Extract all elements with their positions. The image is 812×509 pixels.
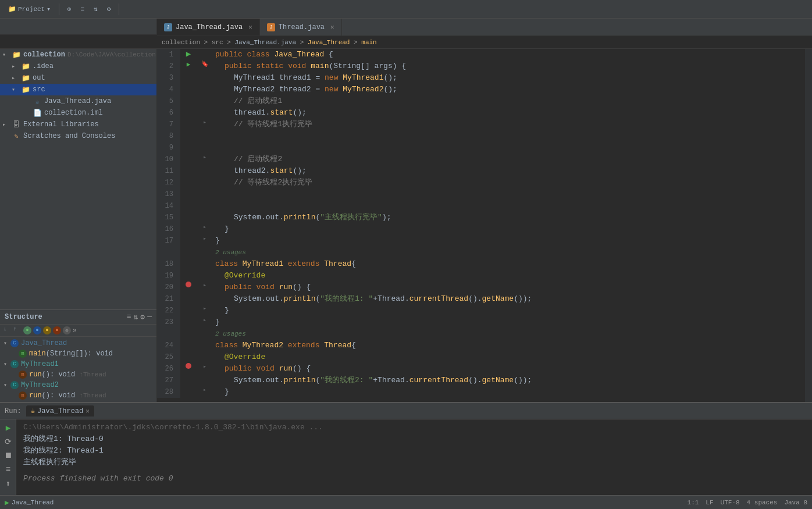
tab-thread-close[interactable]: ✕ xyxy=(330,23,334,31)
fold-16[interactable]: ▸ xyxy=(197,223,213,230)
fold-26[interactable]: ▸ xyxy=(197,363,213,370)
fold-icon-23[interactable]: ▸ xyxy=(203,316,206,323)
struct-settings-icon[interactable]: ⚙ xyxy=(140,312,145,322)
gutter-20[interactable] xyxy=(180,282,197,287)
run-tool-4[interactable]: ⬆ xyxy=(2,478,14,489)
struct-icon-blue[interactable]: ● xyxy=(33,326,41,334)
code-line-12: 12 // 等待线程2执行完毕 xyxy=(157,177,805,188)
bottom-java-version[interactable]: Java 8 xyxy=(784,499,807,506)
struct-item-run1[interactable]: m run(): void ↑Thread xyxy=(0,369,156,380)
run-tool-3[interactable]: ≡ xyxy=(2,464,14,475)
fold-icon-22[interactable]: ▸ xyxy=(203,305,206,312)
java-thread-tab-icon: J xyxy=(164,23,172,31)
run-output-line-2: 我的线程2: Thread-1 xyxy=(23,445,805,457)
run-play-btn[interactable]: ▶ xyxy=(2,422,14,433)
fold-20[interactable]: ▸ xyxy=(197,282,213,289)
fold-icon-16[interactable]: ▸ xyxy=(203,223,206,230)
toolbar-icon-2[interactable]: ≡ xyxy=(77,5,88,14)
struct-item-run2[interactable]: m run(): void ↑Thread xyxy=(0,390,156,401)
struct-sort-za[interactable]: ↑ xyxy=(13,326,22,334)
run-icon-1[interactable]: ▶ xyxy=(186,49,191,59)
fold-23[interactable]: ▸ xyxy=(197,316,213,323)
tree-label-src: src xyxy=(33,86,45,94)
tree-item-src[interactable]: ▾ 📁 src xyxy=(0,84,156,95)
struct-icon-filter[interactable]: ⊘ xyxy=(63,326,71,334)
tree-item-idea[interactable]: ▸ 📁 .idea xyxy=(0,60,156,72)
code-line-22: 22 ▸ } xyxy=(157,305,805,316)
run-output[interactable]: C:\Users\Administrator\.jdks\corretto-1.… xyxy=(16,419,812,495)
tree-label-idea: .idea xyxy=(33,62,54,70)
bottom-encoding[interactable]: UTF-8 xyxy=(721,499,740,506)
line-num-5: 5 xyxy=(157,95,180,107)
tab-java-thread[interactable]: J Java_Thread.java ✕ xyxy=(157,19,260,35)
struct-more-icon[interactable]: » xyxy=(73,327,77,334)
fold-icon-7[interactable]: ▸ xyxy=(203,119,206,126)
fold-icon-26[interactable]: ▸ xyxy=(203,363,206,370)
struct-item-java-thread[interactable]: ▾ C Java_Thread xyxy=(0,338,156,348)
code-scroll-area[interactable]: 1 ▶ public class Java_Thread { 2 ▶ 🔖 pub… xyxy=(157,49,805,402)
bottom-lf[interactable]: LF xyxy=(706,499,713,506)
struct-item-main[interactable]: m main(String[]): void xyxy=(0,348,156,359)
breakpoint-26[interactable] xyxy=(186,363,191,369)
fold-icon-17[interactable]: ▸ xyxy=(203,235,206,242)
fold-icon-10[interactable]: ▸ xyxy=(203,154,206,161)
code-content-6: thread1.start(); xyxy=(213,107,805,119)
fold-22[interactable]: ▸ xyxy=(197,305,213,312)
line-num-usages2: - xyxy=(157,328,180,340)
toolbar-icon-1[interactable]: ⊕ xyxy=(64,4,75,14)
bottom-run-btn[interactable]: ▶ Java_Thread xyxy=(5,498,54,507)
struct-sort2-icon[interactable]: ⇅ xyxy=(134,312,138,322)
line-num-21: 21 xyxy=(157,293,180,305)
tree-item-collection[interactable]: ▾ 📁 collection D:\Code\JAVA\collection xyxy=(0,49,156,60)
tree-item-scratches[interactable]: ✎ Scratches and Consoles xyxy=(0,130,156,142)
run-tool-2[interactable]: ⏹ xyxy=(2,450,14,461)
struct-icon-green[interactable]: ● xyxy=(23,326,31,334)
breakpoint-20[interactable] xyxy=(186,282,191,287)
bottom-spaces[interactable]: 4 spaces xyxy=(747,499,778,506)
gutter-26[interactable] xyxy=(180,363,197,369)
code-line-18: 18 class MyThread1 extends Thread{ xyxy=(157,258,805,270)
struct-close-icon[interactable]: — xyxy=(147,312,152,322)
tree-arrow-ext-libs: ▸ xyxy=(2,121,12,128)
run-blank-line xyxy=(23,468,805,473)
code-line-26: 26 ▸ public void run() { xyxy=(157,363,805,375)
tree-item-out[interactable]: ▸ 📁 out xyxy=(0,72,156,84)
struct-icon-yellow[interactable]: ● xyxy=(43,326,51,334)
run-tab-java-thread[interactable]: ☕ Java_Thread ✕ xyxy=(26,405,94,417)
struct-item-mythread2[interactable]: ▾ C MyThread2 xyxy=(0,380,156,390)
toolbar-icon-4[interactable]: ⚙ xyxy=(104,4,115,14)
structure-tree: ▾ C Java_Thread m main(String[]): void ▾… xyxy=(0,337,156,402)
tree-item-ext-libs[interactable]: ▸ 🗄 External Libraries xyxy=(0,119,156,130)
fold-28[interactable]: ▸ xyxy=(197,386,213,393)
code-line-20: 20 ▸ public void run() { xyxy=(157,282,805,293)
run-tab-close[interactable]: ✕ xyxy=(86,407,90,415)
run-tool-1[interactable]: ⟳ xyxy=(2,436,14,447)
fold-17[interactable]: ▸ xyxy=(197,235,213,242)
toolbar-icon-3[interactable]: ⇅ xyxy=(90,4,101,14)
gutter-2[interactable]: ▶ xyxy=(180,60,197,68)
struct-sort-icon[interactable]: ≡ xyxy=(127,312,131,322)
struct-icon-orange[interactable]: ● xyxy=(53,326,61,334)
run-icon-2[interactable]: ▶ xyxy=(187,60,191,68)
struct-item-mythread1[interactable]: ▾ C MyThread1 xyxy=(0,359,156,369)
tree-path-collection: D:\Code\JAVA\collection xyxy=(67,51,156,58)
project-dropdown[interactable]: 📁 Project ▾ xyxy=(5,4,54,14)
code-area[interactable]: 1 ▶ public class Java_Thread { 2 ▶ 🔖 pub… xyxy=(157,49,812,402)
tree-item-iml[interactable]: 📄 collection.iml xyxy=(0,107,156,119)
fold-icon-20[interactable]: ▸ xyxy=(203,282,206,289)
gutter-1[interactable]: ▶ xyxy=(180,49,197,59)
fold-icon-28[interactable]: ▸ xyxy=(203,386,206,393)
struct-sort-az[interactable]: ↓ xyxy=(3,326,12,334)
tree-item-java-thread-file[interactable]: ☕ Java_Thread.java xyxy=(0,95,156,107)
tab-thread[interactable]: J Thread.java ✕ xyxy=(260,19,342,35)
tab-java-thread-close[interactable]: ✕ xyxy=(248,23,252,31)
structure-header: Structure ≡ ⇅ ⚙ — xyxy=(0,310,156,325)
code-content-16: } xyxy=(213,223,805,235)
line-num-25: 25 xyxy=(157,351,180,363)
chevron-down-icon: ▾ xyxy=(47,5,51,13)
fold-7[interactable]: ▸ xyxy=(197,119,213,126)
fold-10[interactable]: ▸ xyxy=(197,154,213,161)
bottom-line-col[interactable]: 1:1 xyxy=(688,499,699,506)
run-output-line-3: 主线程执行完毕 xyxy=(23,457,805,468)
tree-label-scratches: Scratches and Consoles xyxy=(23,132,115,140)
